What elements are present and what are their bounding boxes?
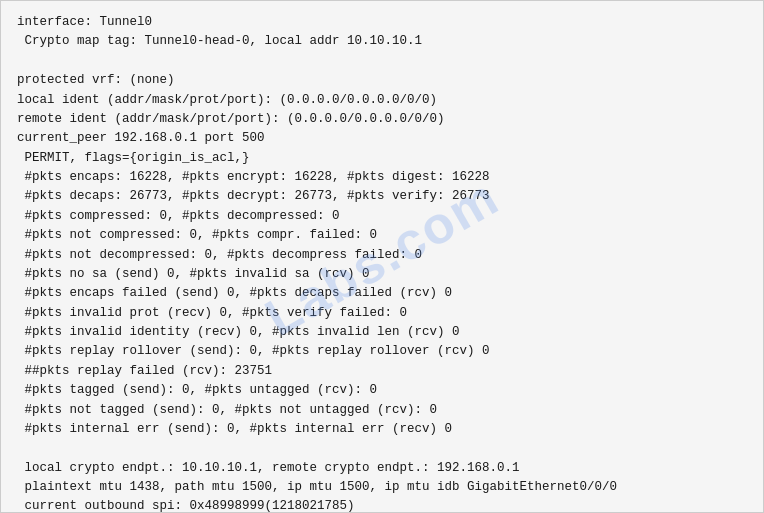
terminal-text: interface: Tunnel0 Crypto map tag: Tunne… <box>17 13 747 513</box>
terminal-window: interface: Tunnel0 Crypto map tag: Tunne… <box>0 0 764 513</box>
